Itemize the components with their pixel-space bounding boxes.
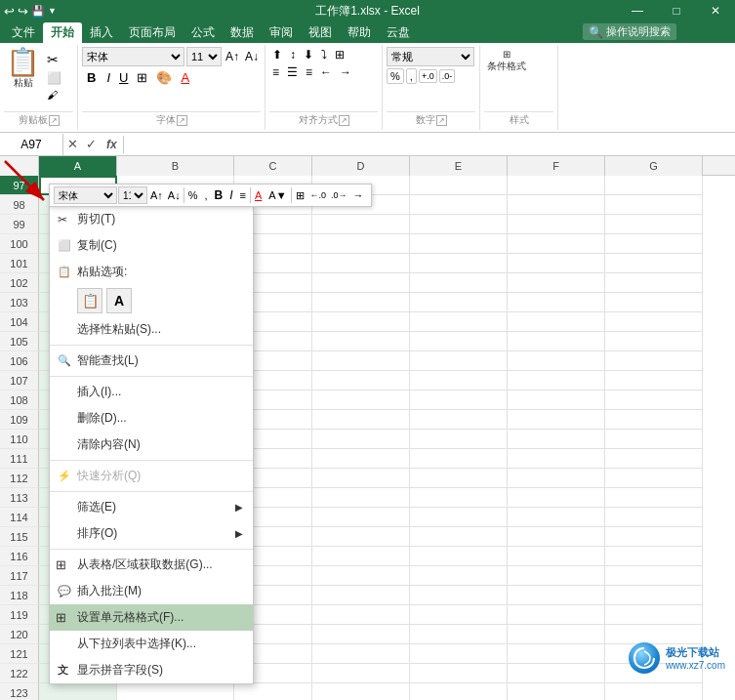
cell[interactable] (605, 449, 703, 469)
mini-bold[interactable]: B (212, 187, 226, 203)
col-header-D[interactable]: D (312, 156, 410, 176)
cell[interactable] (410, 351, 508, 371)
save-btn[interactable]: 💾 (31, 5, 45, 18)
menu-item-insert-comment[interactable]: 💬 插入批注(M) (50, 578, 253, 604)
cell[interactable] (605, 273, 703, 293)
indent-inc-btn[interactable]: → (337, 64, 354, 80)
cell[interactable] (508, 371, 605, 391)
insert-function-btn[interactable]: fx (101, 138, 123, 151)
cell[interactable] (605, 391, 703, 410)
menu-item-quick-analysis[interactable]: ⚡ 快速分析(Q) (50, 463, 253, 489)
indent-dec-btn[interactable]: ← (317, 64, 335, 80)
percent-btn[interactable]: % (387, 68, 404, 84)
cell[interactable] (508, 547, 605, 566)
cell[interactable] (312, 586, 410, 605)
qa-dropdown-btn[interactable]: ▼ (48, 6, 57, 16)
cell[interactable] (605, 254, 703, 273)
mini-border[interactable]: ⊞ (293, 188, 307, 203)
cell[interactable] (605, 508, 703, 527)
cell[interactable] (508, 586, 605, 605)
align-middle-btn[interactable]: ↕ (287, 47, 299, 62)
menu-item-sort[interactable]: 排序(O)▶ (50, 520, 253, 547)
cell[interactable] (410, 430, 508, 449)
cell[interactable] (605, 469, 703, 488)
menu-item-pick-from-list[interactable]: 从下拉列表中选择(K)... (50, 631, 253, 657)
mini-dec-decimal[interactable]: ←.0 (308, 189, 329, 201)
cell[interactable] (312, 215, 410, 234)
cell[interactable] (605, 176, 703, 195)
menu-item-delete[interactable]: 删除(D)... (50, 405, 253, 432)
menu-item-format-cells[interactable]: ⊞ 设置单元格格式(F)... (50, 604, 253, 631)
mini-italic[interactable]: I (226, 187, 235, 203)
cell[interactable] (508, 508, 605, 527)
wrap-text-btn[interactable]: ⤵ (318, 47, 330, 62)
cell[interactable] (410, 176, 508, 195)
cell[interactable] (605, 371, 703, 391)
menu-item-insert[interactable]: 插入(I)... (50, 379, 253, 405)
cell[interactable] (508, 527, 605, 547)
cell[interactable] (508, 351, 605, 371)
cell[interactable] (605, 293, 703, 312)
col-header-E[interactable]: E (410, 156, 508, 176)
cell[interactable] (508, 410, 605, 430)
menu-item-clear[interactable]: 清除内容(N) (50, 432, 253, 458)
close-btn[interactable]: ✕ (696, 0, 735, 21)
cell[interactable] (312, 508, 410, 527)
cell[interactable] (312, 273, 410, 293)
tab-file[interactable]: 文件 (4, 22, 43, 43)
cell[interactable] (508, 273, 605, 293)
cell[interactable] (312, 430, 410, 449)
cell[interactable] (605, 430, 703, 449)
col-header-C[interactable]: C (234, 156, 312, 176)
menu-item-smart-search[interactable]: 🔍 智能查找(L) (50, 348, 253, 374)
cell[interactable] (605, 683, 703, 700)
tab-cloud[interactable]: 云盘 (379, 22, 418, 43)
bold-btn[interactable]: B (82, 68, 101, 87)
align-center-btn[interactable]: ☰ (284, 64, 301, 80)
align-top-btn[interactable]: ⬆ (269, 47, 285, 62)
cell[interactable] (508, 234, 605, 254)
fill-color-btn[interactable]: 🎨 (153, 69, 175, 86)
cell[interactable] (410, 273, 508, 293)
cell[interactable] (312, 293, 410, 312)
cell[interactable] (410, 391, 508, 410)
cell[interactable] (410, 625, 508, 644)
cell[interactable] (312, 449, 410, 469)
tab-data[interactable]: 数据 (223, 22, 262, 43)
cell[interactable] (312, 644, 410, 664)
cell[interactable] (508, 683, 605, 700)
col-header-F[interactable]: F (508, 156, 605, 176)
tab-help[interactable]: 帮助 (340, 22, 379, 43)
cell[interactable] (312, 391, 410, 410)
cell[interactable] (312, 605, 410, 625)
menu-item-phonetic[interactable]: 文 显示拼音字段(S) (50, 657, 253, 683)
decrease-decimal-btn[interactable]: .0- (439, 69, 456, 83)
cell[interactable] (312, 254, 410, 273)
cell[interactable] (508, 254, 605, 273)
cell[interactable] (410, 488, 508, 508)
cell[interactable] (312, 664, 410, 683)
cancel-formula-btn[interactable]: ✕ (63, 137, 82, 151)
cell[interactable] (410, 586, 508, 605)
cell[interactable] (410, 234, 508, 254)
mini-font-color[interactable]: A (252, 188, 265, 202)
search-box[interactable]: 🔍 操作说明搜索 (583, 23, 676, 40)
cell[interactable] (312, 410, 410, 430)
decrease-font-btn[interactable]: A↓ (243, 49, 261, 64)
tab-home[interactable]: 开始 (43, 22, 82, 43)
cell[interactable] (312, 469, 410, 488)
cell[interactable] (410, 547, 508, 566)
col-header-A[interactable]: A (39, 156, 117, 176)
paste-icon-A[interactable]: A (106, 288, 132, 313)
confirm-formula-btn[interactable]: ✓ (82, 137, 101, 151)
tab-view[interactable]: 视图 (301, 22, 340, 43)
cell[interactable] (605, 488, 703, 508)
align-bottom-btn[interactable]: ⬇ (301, 47, 316, 62)
cell[interactable] (508, 430, 605, 449)
cell[interactable] (508, 625, 605, 644)
cut-button[interactable]: ✂ (44, 51, 64, 68)
mini-shrink-font[interactable]: A↓ (166, 188, 183, 202)
paste-icon-normal[interactable]: 📋 (77, 288, 102, 313)
cell[interactable] (605, 527, 703, 547)
font-name-select[interactable]: 宋体 (82, 47, 184, 66)
